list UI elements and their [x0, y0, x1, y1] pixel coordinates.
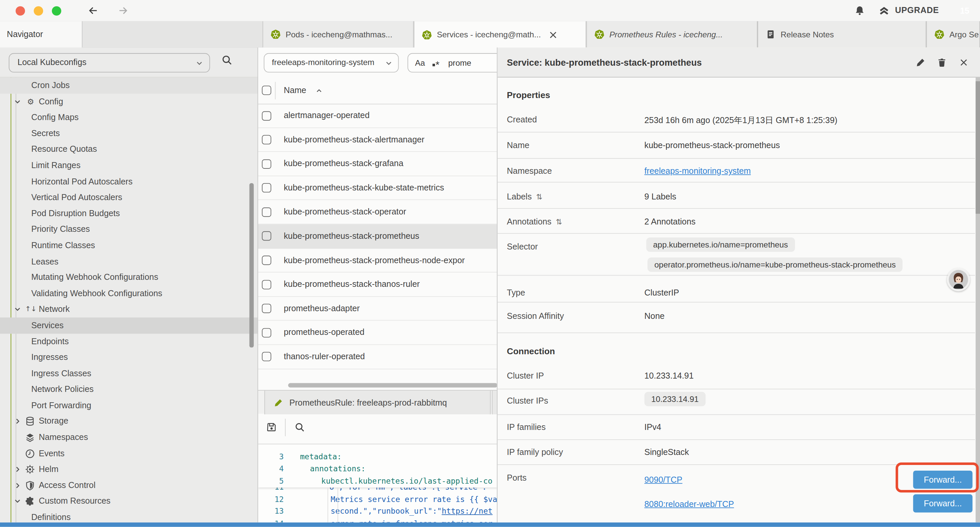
sidebar-item-horizontal-pod-autoscalers[interactable]: Horizontal Pod Autoscalers — [0, 174, 258, 189]
avatar[interactable] — [947, 268, 970, 291]
namespace-link[interactable]: freeleaps-monitoring-system — [644, 166, 751, 175]
table-row[interactable]: kube-prometheus-stack-kube-state-metrics — [258, 176, 498, 200]
table-row[interactable]: kube-prometheus-stack-prometheus-node-ex… — [258, 248, 498, 272]
row-checkbox[interactable] — [262, 304, 271, 313]
close-window-button[interactable] — [16, 6, 25, 15]
bell-icon[interactable] — [854, 5, 865, 16]
sidebar-item-events[interactable]: Events — [0, 445, 258, 461]
tab-navigator[interactable]: Navigator — [0, 21, 83, 48]
editor-tab-prometheusrule[interactable]: PrometheusRule: freeleaps-prod-rabbitmq — [264, 390, 491, 414]
sidebar-item-limit-ranges[interactable]: Limit Ranges — [0, 158, 258, 174]
main-tab[interactable]: Pods - icecheng@mathmas... — [262, 21, 414, 48]
sidebar-item-network-policies[interactable]: Network Policies — [0, 381, 258, 397]
port-link[interactable]: 8080:reloader-web/TCP — [644, 499, 734, 509]
line-number: 12 — [263, 494, 284, 506]
main-tab[interactable]: Prometheus Rules - icecheng... — [586, 21, 757, 48]
sidebar-scrollbar[interactable] — [250, 183, 253, 347]
row-checkbox[interactable] — [262, 183, 271, 193]
sidebar-item-ingress-classes[interactable]: Ingress Classes — [0, 366, 258, 382]
close-tab-icon[interactable] — [548, 30, 558, 40]
sidebar-item-runtime-classes[interactable]: Runtime Classes — [0, 237, 258, 253]
sort-ascending-icon[interactable] — [315, 88, 323, 94]
main-tab[interactable]: Release Notes — [757, 21, 926, 48]
match-case-toggle[interactable]: Aa — [415, 58, 425, 67]
notification-badge[interactable]: 15 — [956, 2, 973, 19]
close-icon[interactable] — [959, 57, 969, 67]
resource-search-input[interactable]: Aa * prome — [407, 53, 498, 72]
save-icon[interactable] — [266, 422, 277, 433]
detail-scrollbar-thumb[interactable] — [975, 81, 980, 214]
sidebar-item-validating-webhook-configurations[interactable]: Validating Webhook Configurations — [0, 285, 258, 301]
sidebar-item-mutating-webhook-configurations[interactable]: Mutating Webhook Configurations — [0, 269, 258, 285]
row-checkbox[interactable] — [262, 255, 271, 265]
sidebar-item-port-forwarding[interactable]: Port Forwarding — [0, 397, 258, 413]
table-row[interactable]: kube-prometheus-stack-prometheus — [258, 224, 498, 248]
sidebar-item-priority-classes[interactable]: Priority Classes — [0, 221, 258, 237]
forward-button[interactable]: Forward... — [913, 494, 973, 512]
sidebar-item-definitions[interactable]: Definitions — [0, 509, 258, 523]
editor-search-icon[interactable] — [294, 422, 305, 433]
runbook-link[interactable]: https://net — [442, 507, 493, 516]
upgrade-button[interactable]: UPGRADE — [895, 6, 939, 15]
upgrade-icon[interactable] — [878, 6, 889, 16]
sidebar-item-secrets[interactable]: Secrets — [0, 126, 258, 142]
search-icon[interactable] — [221, 54, 232, 66]
sidebar-item-custom-resources[interactable]: Custom Resources — [0, 493, 258, 509]
sidebar-item-endpoints[interactable]: Endpoints — [0, 334, 258, 350]
divider — [497, 182, 975, 182]
session-affinity-value: None — [644, 311, 665, 320]
layers-icon — [25, 433, 35, 443]
forward-icon[interactable] — [118, 5, 129, 16]
row-checkbox[interactable] — [262, 111, 271, 120]
row-checkbox[interactable] — [262, 207, 271, 217]
row-checkbox[interactable] — [262, 280, 271, 289]
sidebar-item-config-maps[interactable]: Config Maps — [0, 110, 258, 126]
sort-updown-icon[interactable]: ⇅ — [536, 193, 542, 201]
row-checkbox[interactable] — [262, 135, 271, 145]
sidebar-item-helm[interactable]: Helm — [0, 461, 258, 477]
table-row[interactable]: kube-prometheus-stack-alertmanager — [258, 128, 498, 152]
table-row[interactable]: alertmanager-operated — [258, 104, 498, 128]
row-checkbox[interactable] — [262, 159, 271, 169]
main-tab[interactable]: Services - icecheng@math... — [414, 21, 586, 48]
sidebar-item-access-control[interactable]: Access Control — [0, 477, 258, 493]
back-icon[interactable] — [88, 5, 99, 16]
select-all-checkbox[interactable] — [262, 86, 271, 95]
row-checkbox[interactable] — [262, 328, 271, 337]
sidebar-item-config[interactable]: ⚙Config — [0, 93, 258, 110]
sidebar-item-label: Limit Ranges — [31, 158, 81, 174]
delete-icon[interactable] — [937, 57, 947, 67]
sidebar-item-resource-quotas[interactable]: Resource Quotas — [0, 142, 258, 158]
sidebar-item-cron-jobs[interactable]: Cron Jobs — [0, 77, 258, 93]
edit-icon[interactable] — [916, 57, 926, 67]
sidebar-item-services[interactable]: Services — [0, 318, 258, 334]
main-tab[interactable]: Argo Se — [926, 21, 980, 48]
table-row[interactable]: kube-prometheus-stack-thanos-ruler — [258, 272, 498, 296]
sidebar-item-storage[interactable]: Storage — [0, 413, 258, 429]
table-row[interactable]: kube-prometheus-stack-grafana — [258, 152, 498, 176]
selector-chip: operator.prometheus.io/name=kube-prometh… — [648, 258, 976, 272]
namespace-selector[interactable]: freeleaps-monitoring-system — [264, 53, 399, 72]
row-checkbox[interactable] — [262, 352, 271, 361]
regex-toggle[interactable]: * — [432, 58, 439, 68]
yaml-editor[interactable]: 3metadata:4annotations:5kubectl.kubernet… — [258, 444, 498, 523]
table-row[interactable]: prometheus-operated — [258, 321, 498, 345]
sidebar-item-ingresses[interactable]: Ingresses — [0, 350, 258, 366]
sidebar-item-network[interactable]: ↑↓Network — [0, 301, 258, 318]
kubeconfig-selector[interactable]: Local Kubeconfigs — [9, 53, 210, 72]
minimize-window-button[interactable] — [34, 6, 43, 15]
port-link[interactable]: 9090/TCP — [644, 475, 682, 484]
row-checkbox[interactable] — [262, 231, 271, 241]
name-column-header[interactable]: Name — [284, 77, 306, 104]
table-row[interactable]: kube-prometheus-stack-operator — [258, 200, 498, 224]
sidebar-item-label: Definitions — [31, 509, 71, 523]
sidebar-item-namespaces[interactable]: Namespaces — [0, 429, 258, 445]
sort-updown-icon[interactable]: ⇅ — [556, 218, 562, 226]
horizontal-scrollbar[interactable] — [288, 383, 498, 388]
sidebar-item-pod-disruption-budgets[interactable]: Pod Disruption Budgets — [0, 205, 258, 221]
table-row[interactable]: prometheus-adapter — [258, 297, 498, 321]
maximize-window-button[interactable] — [52, 6, 61, 15]
sidebar-item-vertical-pod-autoscalers[interactable]: Vertical Pod Autoscalers — [0, 189, 258, 205]
sidebar-item-leases[interactable]: Leases — [0, 253, 258, 269]
table-row[interactable]: thanos-ruler-operated — [258, 345, 498, 369]
